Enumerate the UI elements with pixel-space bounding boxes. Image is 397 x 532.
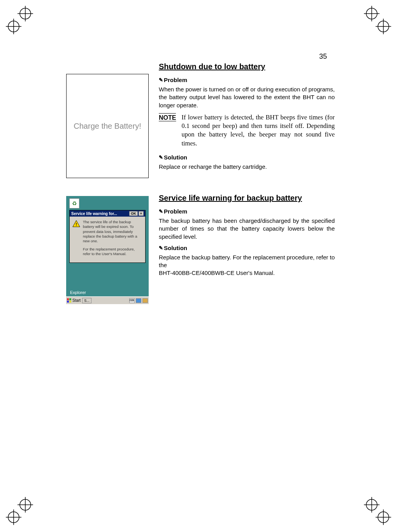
- section-title: Shutdown due to low battery: [159, 62, 335, 71]
- page-content: Charge the Battery! Shutdown due to low …: [66, 62, 335, 320]
- device-screen-illustration: Charge the Battery!: [66, 74, 149, 178]
- registration-mark: [2, 4, 37, 39]
- dialog-title-text: Service life warning for...: [71, 212, 129, 216]
- registration-mark: [2, 493, 37, 528]
- solution-heading: ✎ Solution: [159, 154, 335, 161]
- svg-rect-25: [67, 298, 69, 300]
- pencil-icon: ✎: [159, 245, 163, 251]
- close-button[interactable]: ×: [139, 211, 144, 216]
- ok-button[interactable]: OK: [129, 211, 138, 216]
- device-screenshot: ♻ Service life warning for... OK × ! The…: [66, 196, 149, 304]
- registration-mark: [360, 4, 395, 39]
- taskbar-item[interactable]: S...: [82, 298, 91, 303]
- svg-rect-26: [69, 298, 71, 300]
- svg-text:!: !: [76, 222, 77, 227]
- problem-heading: ✎ Problem: [159, 208, 335, 215]
- tray-icon[interactable]: [142, 298, 148, 303]
- dialog-titlebar: Service life warning for... OK ×: [70, 210, 145, 217]
- svg-rect-28: [69, 301, 71, 303]
- keyboard-icon[interactable]: ⌨: [129, 298, 135, 303]
- registration-mark: [360, 493, 395, 528]
- warning-dialog: Service life warning for... OK × ! The s…: [69, 210, 146, 263]
- problem-text: The backup battery has been charged/disc…: [159, 217, 335, 241]
- page-number: 35: [319, 52, 327, 61]
- warning-icon: !: [72, 220, 81, 228]
- taskbar: Start S... ⌨: [66, 296, 149, 304]
- note-text: If lower battery is detected, the BHT be…: [181, 113, 335, 148]
- explorer-label: Explorer: [70, 290, 86, 295]
- solution-label: Solution: [164, 245, 187, 251]
- solution-heading: ✎ Solution: [159, 245, 335, 251]
- pencil-icon: ✎: [159, 154, 163, 160]
- screen-message: Charge the Battery!: [74, 122, 141, 131]
- problem-heading: ✎ Problem: [159, 77, 335, 83]
- pencil-icon: ✎: [159, 208, 163, 214]
- section-title: Service life warning for backup battery: [159, 194, 335, 203]
- tray-icon[interactable]: [136, 298, 141, 303]
- start-button[interactable]: Start: [67, 298, 81, 303]
- problem-label: Problem: [164, 77, 187, 83]
- windows-icon: [67, 298, 72, 303]
- solution-label: Solution: [164, 154, 187, 161]
- solution-text: Replace or recharge the battery cartridg…: [159, 163, 335, 171]
- section-shutdown: Charge the Battery! Shutdown due to low …: [66, 62, 335, 178]
- solution-text: Replace the backup battery. For the repl…: [159, 254, 335, 270]
- problem-label: Problem: [164, 208, 187, 215]
- system-tray: ⌨: [129, 298, 148, 303]
- note-box: NOTE If lower battery is detected, the B…: [159, 113, 335, 148]
- pencil-icon: ✎: [159, 77, 163, 83]
- problem-text: When the power is turned on or off or du…: [159, 86, 335, 109]
- solution-manual-ref: BHT-400BB-CE/400BWB-CE User's Manual.: [159, 269, 335, 277]
- note-label: NOTE: [159, 113, 176, 121]
- dialog-message: The service life of the backup battery w…: [83, 220, 143, 259]
- recycle-bin-icon: ♻: [69, 198, 79, 208]
- section-service-life: ♻ Service life warning for... OK × ! The…: [66, 194, 335, 304]
- dialog-body: ! The service life of the backup battery…: [70, 217, 145, 262]
- svg-rect-27: [67, 301, 69, 303]
